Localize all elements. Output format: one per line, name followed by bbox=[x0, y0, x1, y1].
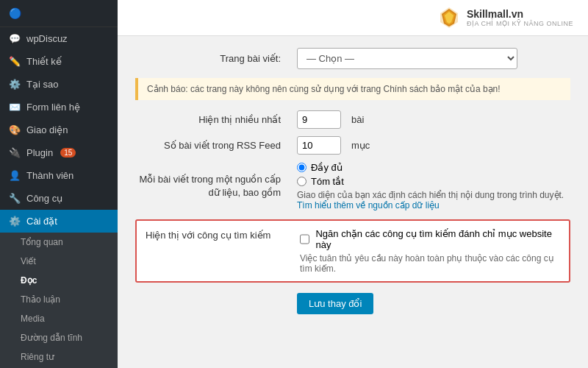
sidebar-item-label: Công cụ bbox=[26, 193, 62, 204]
submenu-media[interactable]: Media bbox=[0, 309, 118, 328]
save-button-row: Lưu thay đổi bbox=[135, 293, 570, 314]
feed-hint-text: Giao diện của bạn xác định cách hiển thị… bbox=[297, 190, 570, 210]
wp-icon: 🔵 bbox=[9, 7, 21, 19]
so-bai-viet-rss-row: Số bài viết trong RSS Feed mục bbox=[135, 136, 570, 155]
submenu-viet[interactable]: Viết bbox=[0, 252, 118, 271]
radio-day-du[interactable]: Đầy đủ bbox=[297, 162, 570, 173]
sidebar-item-thanh-vien[interactable]: 👤 Thành viên bbox=[0, 164, 118, 187]
cai-dat-icon: ⚙️ bbox=[9, 216, 21, 227]
trang-bai-viet-control: — Chọn — bbox=[297, 48, 517, 69]
sidebar-item-label: Cài đặt bbox=[26, 216, 57, 227]
warning-text: Cảnh báo: các trang này không nên cùng s… bbox=[147, 84, 501, 94]
hien-thi-nhieu-nhat-input[interactable] bbox=[297, 110, 341, 129]
submenu-rieng-tu[interactable]: Riêng tư bbox=[0, 347, 118, 367]
tai-sao-icon: ⚙️ bbox=[9, 79, 21, 90]
sidebar-item-tai-sao[interactable]: ⚙️ Tại sao bbox=[0, 73, 118, 96]
skillmall-tagline: ĐỊA CHỈ MỌI KỸ NĂNG ONLINE bbox=[467, 20, 573, 27]
giao-dien-icon: 🎨 bbox=[9, 124, 21, 135]
topbar: Skillmall.vn ĐỊA CHỈ MỌI KỸ NĂNG ONLINE bbox=[118, 0, 588, 36]
sidebar-item-plugin[interactable]: 🔌 Plugin 15 bbox=[0, 141, 118, 164]
submenu-label: Tổng quan bbox=[21, 237, 63, 247]
sidebar-item-label: Form liên hệ bbox=[26, 102, 80, 113]
search-check-row: Ngăn chặn các công cụ tìm kiếm đánh chỉ … bbox=[300, 228, 560, 250]
submenu-label: Đường dẫn tĩnh bbox=[21, 333, 82, 343]
plugin-badge: 15 bbox=[60, 148, 76, 158]
moi-bai-viet-control: Đầy đủ Tóm tắt Giao diện của bạn xác địn… bbox=[297, 162, 570, 210]
sidebar-item-wpdiscuz[interactable]: 💬 wpDiscuz bbox=[0, 27, 118, 50]
so-bai-viet-rss-label: Số bài viết trong RSS Feed bbox=[135, 140, 290, 151]
search-section-label: Hiện thị với công cụ tìm kiếm bbox=[146, 228, 293, 241]
sidebar-item-label: Tại sao bbox=[26, 79, 58, 90]
sidebar: 🔵 💬 wpDiscuz ✏️ Thiết kế ⚙️ Tại sao ✉️ F… bbox=[0, 0, 118, 368]
submenu-tong-quan[interactable]: Tổng quan bbox=[0, 233, 118, 252]
save-button[interactable]: Lưu thay đổi bbox=[297, 293, 373, 314]
sidebar-item-label: Plugin bbox=[26, 147, 53, 158]
sidebar-item-label: Giao diện bbox=[26, 124, 68, 135]
search-checkbox[interactable] bbox=[300, 234, 309, 244]
submenu-label: Thảo luận bbox=[21, 294, 60, 305]
submenu-doc[interactable]: Đọc bbox=[0, 271, 118, 290]
so-bai-viet-rss-unit: mục bbox=[351, 140, 370, 151]
plugin-icon: 🔌 bbox=[9, 147, 21, 158]
sidebar-item-cong-cu[interactable]: 🔧 Công cụ bbox=[0, 187, 118, 210]
submenu-duong-dan-tinh[interactable]: Đường dẫn tĩnh bbox=[0, 328, 118, 347]
radio-day-du-label: Đầy đủ bbox=[311, 162, 343, 173]
warning-box: Cảnh báo: các trang này không nên cùng s… bbox=[135, 78, 570, 100]
thanh-vien-icon: 👤 bbox=[9, 170, 21, 181]
trang-bai-viet-select[interactable]: — Chọn — bbox=[297, 48, 517, 69]
submenu-label: Media bbox=[21, 314, 45, 324]
sidebar-item-label: Thiết kế bbox=[26, 56, 62, 67]
sidebar-item-thiet-ke[interactable]: ✏️ Thiết kế bbox=[0, 50, 118, 73]
moi-bai-viet-label: Mỗi bài viết trong một nguồn cấp dữ liệu… bbox=[135, 173, 290, 199]
sidebar-item-label: Thành viên bbox=[26, 170, 74, 181]
search-checkbox-label: Ngăn chặn các công cụ tìm kiếm đánh chỉ … bbox=[315, 228, 560, 250]
so-bai-viet-rss-input[interactable] bbox=[297, 136, 341, 155]
sidebar-item-cai-dat[interactable]: ⚙️ Cài đặt bbox=[0, 210, 118, 233]
thiet-ke-icon: ✏️ bbox=[9, 56, 21, 67]
wpdiscuz-icon: 💬 bbox=[9, 33, 21, 44]
search-section: Hiện thị với công cụ tìm kiếm Ngăn chặn … bbox=[135, 219, 570, 283]
radio-day-du-input[interactable] bbox=[297, 163, 306, 172]
hint-static-text: Giao diện của bạn xác định cách hiển thị… bbox=[297, 190, 564, 200]
moi-bai-viet-row: Mỗi bài viết trong một nguồn cấp dữ liệu… bbox=[135, 162, 570, 210]
radio-group-moi-bai-viet: Đầy đủ Tóm tắt bbox=[297, 162, 570, 187]
sidebar-item-form-lien-he[interactable]: ✉️ Form liên hệ bbox=[0, 96, 118, 118]
hien-thi-nhieu-nhat-row: Hiện thị nhiều nhất bài bbox=[135, 110, 570, 129]
search-hint: Việc tuân thủ yêu cầu này hoàn toàn phụ … bbox=[300, 253, 560, 274]
form-content: Trang bài viết: — Chọn — Cảnh báo: các t… bbox=[118, 36, 588, 326]
submenu-thao-luan[interactable]: Thảo luận bbox=[0, 290, 118, 309]
hien-thi-nhieu-nhat-label: Hiện thị nhiều nhất bbox=[135, 114, 290, 125]
sidebar-item-label: wpDiscuz bbox=[26, 33, 68, 44]
submenu-label: Riêng tư bbox=[21, 352, 54, 362]
search-section-content: Ngăn chặn các công cụ tìm kiếm đánh chỉ … bbox=[300, 228, 560, 274]
trang-bai-viet-row: Trang bài viết: — Chọn — bbox=[135, 48, 570, 69]
hint-link[interactable]: Tìm hiểu thêm về nguồn cấp dữ liệu bbox=[297, 200, 440, 210]
sidebar-item-giao-dien[interactable]: 🎨 Giao diện bbox=[0, 118, 118, 141]
skillmall-text-block: Skillmall.vn ĐỊA CHỈ MỌI KỸ NĂNG ONLINE bbox=[467, 8, 573, 27]
trang-bai-viet-label: Trang bài viết: bbox=[135, 53, 290, 64]
radio-tom-tat[interactable]: Tóm tắt bbox=[297, 176, 570, 187]
main-content: Skillmall.vn ĐỊA CHỈ MỌI KỸ NĂNG ONLINE … bbox=[118, 0, 588, 368]
hien-thi-nhieu-nhat-unit: bài bbox=[351, 114, 364, 125]
submenu-label: Viết bbox=[21, 256, 36, 266]
skillmall-logo: Skillmall.vn ĐỊA CHỈ MỌI KỸ NĂNG ONLINE bbox=[437, 6, 573, 29]
radio-tom-tat-label: Tóm tắt bbox=[311, 176, 344, 187]
sidebar-logo: 🔵 bbox=[0, 0, 118, 27]
cong-cu-icon: 🔧 bbox=[9, 193, 21, 204]
form-icon: ✉️ bbox=[9, 102, 21, 113]
skillmall-name: Skillmall.vn bbox=[467, 8, 573, 20]
radio-tom-tat-input[interactable] bbox=[297, 177, 306, 186]
submenu-label: Đọc bbox=[21, 275, 37, 286]
skillmall-diamond-icon bbox=[437, 6, 461, 29]
cai-dat-submenu: Tổng quan Viết Đọc Thảo luận Media Đường… bbox=[0, 233, 118, 368]
